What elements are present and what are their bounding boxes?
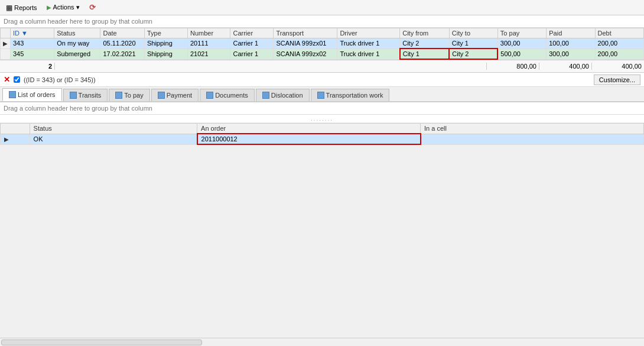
th-paid[interactable]: Paid (547, 28, 595, 38)
sub-th-inacell[interactable]: In a cell (421, 124, 644, 134)
reports-label: Reports (14, 4, 37, 11)
actions-button[interactable]: ▶ Actions ▾ (43, 2, 83, 12)
cell-transport[interactable]: SCANIA 999zx01 (274, 38, 337, 49)
cell-debt[interactable]: 200,00 (595, 38, 643, 49)
dotted-separator: ........ (0, 115, 644, 123)
scrollbar-track[interactable] (1, 339, 202, 345)
sub-table: Status An order In a cell ▶OK2011000012 (0, 123, 644, 145)
row-indicator: ▶ (1, 38, 11, 49)
th-date[interactable]: Date (100, 28, 145, 38)
summary-topay: 800,00 (486, 63, 539, 70)
filter-checkbox[interactable] (14, 76, 20, 83)
filter-close-button[interactable]: ✕ (4, 75, 10, 84)
filter-row: ✕ ((ID = 343) or (ID = 345)) Customize..… (0, 73, 644, 87)
cell-carrier[interactable]: Carrier 1 (230, 38, 274, 49)
cell-id[interactable]: 343 (11, 38, 54, 49)
play-icon: ▶ (47, 4, 51, 11)
sub-table-row[interactable]: ▶OK2011000012 (1, 134, 644, 144)
cell-transport[interactable]: SCANIA 999zx02 (274, 48, 337, 59)
tab-icon (9, 91, 16, 98)
sub-th-anorder[interactable]: An order (197, 124, 421, 134)
bottom-panel: Drag a column header here to group by th… (0, 102, 644, 145)
cell-date[interactable]: 17.02.2021 (100, 48, 145, 59)
reports-button[interactable]: ▦ Reports (2, 2, 41, 13)
th-topay[interactable]: To pay (497, 28, 546, 38)
th-carrier[interactable]: Carrier (230, 28, 274, 38)
cell-cityfrom[interactable]: City 1 (400, 48, 450, 59)
cell-status[interactable]: On my way (54, 38, 100, 49)
row-indicator (1, 48, 11, 59)
tab-icon (206, 92, 213, 99)
th-city-from[interactable]: City from (400, 28, 450, 38)
table-row[interactable]: 345Submerged17.02.2021Shipping21021Carri… (1, 48, 644, 59)
summary-count: 2 (0, 63, 55, 70)
tab-transportation-work[interactable]: Transportation work (311, 89, 390, 101)
tab-to-pay[interactable]: To pay (109, 89, 149, 101)
sub-cell-status[interactable]: OK (30, 134, 197, 144)
th-type[interactable]: Type (144, 28, 187, 38)
cell-type[interactable]: Shipping (144, 48, 187, 59)
cell-status[interactable]: Submerged (54, 48, 100, 59)
sub-row-indicator: ▶ (1, 134, 30, 144)
th-number[interactable]: Number (187, 28, 230, 38)
cell-debt[interactable]: 200,00 (595, 48, 643, 59)
main-table-area: ID ▼ Status Date Type Number Carrier Tra… (0, 28, 644, 60)
tab-payment[interactable]: Payment (151, 89, 199, 101)
cell-cityfrom[interactable]: City 2 (400, 38, 450, 49)
tab-label: Payment (167, 92, 192, 99)
cell-type[interactable]: Shipping (144, 38, 187, 49)
tab-transits[interactable]: Transits (63, 89, 108, 101)
table-row[interactable]: ▶343On my way05.11.2020Shipping20111Carr… (1, 38, 644, 49)
actions-label: Actions ▾ (53, 4, 80, 11)
tabs-bar: List of ordersTransitsTo payPaymentDocum… (0, 87, 644, 102)
tab-label: To pay (124, 92, 143, 99)
sub-cell-anorder[interactable]: 2011000012 (197, 134, 421, 144)
refresh-button[interactable]: ⟳ (86, 2, 99, 13)
tab-icon (158, 92, 165, 99)
cell-topay[interactable]: 300,00 (497, 38, 546, 49)
cell-driver[interactable]: Truck driver 1 (337, 48, 400, 59)
th-indicator (1, 28, 11, 38)
cell-driver[interactable]: Truck driver 1 (337, 38, 400, 49)
tab-list-of-orders[interactable]: List of orders (2, 88, 62, 101)
cell-paid[interactable]: 100,00 (547, 38, 595, 49)
tab-icon (262, 92, 269, 99)
tab-label: Dislocation (271, 92, 303, 99)
cell-id[interactable]: 345 (11, 48, 54, 59)
th-transport[interactable]: Transport (274, 28, 337, 38)
tab-icon (70, 92, 77, 99)
cell-topay[interactable]: 500,00 (497, 48, 546, 59)
th-city-to[interactable]: City to (449, 28, 497, 38)
tab-label: Transits (79, 92, 102, 99)
th-id[interactable]: ID ▼ (11, 28, 54, 38)
cell-number[interactable]: 20111 (187, 38, 230, 49)
app-container: ▦ Reports ▶ Actions ▾ ⟳ Drag a column he… (0, 0, 644, 346)
cell-paid[interactable]: 300,00 (547, 48, 595, 59)
th-status[interactable]: Status (54, 28, 100, 38)
main-table: ID ▼ Status Date Type Number Carrier Tra… (0, 28, 644, 60)
sub-th-indicator (1, 124, 30, 134)
tab-icon (317, 92, 324, 99)
tab-documents[interactable]: Documents (200, 89, 255, 101)
bottom-scrollbar[interactable] (0, 338, 644, 346)
sub-cell-inacell[interactable] (421, 134, 644, 144)
toolbar: ▦ Reports ▶ Actions ▾ ⟳ (0, 0, 644, 15)
customize-button[interactable]: Customize... (594, 75, 640, 85)
tab-label: Transportation work (326, 92, 383, 99)
cell-carrier[interactable]: Carrier 1 (230, 48, 274, 59)
th-debt[interactable]: Debt (595, 28, 643, 38)
sub-th-status[interactable]: Status (30, 124, 197, 134)
summary-debt: 400,00 (591, 63, 644, 70)
th-driver[interactable]: Driver (337, 28, 400, 38)
tab-dislocation[interactable]: Dislocation (256, 89, 310, 101)
drag-hint-bottom: Drag a column header here to group by th… (0, 102, 644, 115)
cell-number[interactable]: 21021 (187, 48, 230, 59)
grid-icon: ▦ (6, 4, 12, 12)
summary-paid: 400,00 (539, 63, 591, 70)
refresh-icon: ⟳ (89, 3, 96, 12)
cell-date[interactable]: 05.11.2020 (100, 38, 145, 49)
cell-cityto[interactable]: City 1 (449, 38, 497, 49)
tab-icon (115, 92, 122, 99)
cell-cityto[interactable]: City 2 (449, 48, 497, 59)
filter-text: ((ID = 343) or (ID = 345)) (24, 76, 96, 83)
